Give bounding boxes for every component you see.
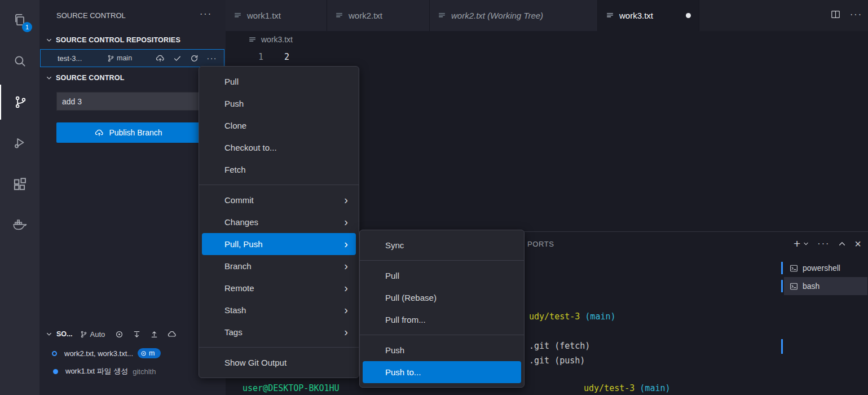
menu-item-checkout-to[interactable]: Checkout to... — [202, 137, 356, 159]
graph-toolbar — [115, 330, 177, 339]
section-label: SOURCE CONTROL REPOSITORIES — [56, 36, 180, 44]
tab-work2[interactable]: work2.txt — [327, 0, 430, 31]
panel-tab-ports[interactable]: PORTS — [527, 240, 554, 248]
branch-ref-badge: m — [138, 348, 160, 358]
menu-item-stash[interactable]: Stash — [202, 299, 356, 321]
menu-item-changes[interactable]: Changes — [202, 211, 356, 233]
section-header-repositories[interactable]: SOURCE CONTROL REPOSITORIES — [39, 33, 226, 47]
tab-label: work3.txt — [619, 11, 653, 20]
repository-actions: ··· — [156, 54, 218, 63]
menu-item-tags[interactable]: Tags — [202, 321, 356, 343]
menu-separator — [199, 185, 359, 185]
chevron-down-icon — [46, 37, 52, 43]
file-icon — [233, 11, 242, 20]
close-panel-icon[interactable]: × — [854, 238, 861, 249]
push-icon[interactable] — [150, 330, 158, 339]
fetch-icon[interactable] — [133, 330, 141, 339]
menu-item-pull[interactable]: Pull — [202, 71, 356, 93]
sidebar-item-extensions[interactable] — [0, 167, 39, 202]
commit-node-icon — [53, 369, 58, 374]
git-branch-icon — [80, 331, 87, 338]
terminal-tab-bash[interactable]: bash — [784, 277, 867, 295]
submenu-item-pull-rebase[interactable]: Pull (Rebase) — [363, 287, 521, 309]
file-icon — [335, 11, 343, 20]
submenu-item-pull[interactable]: Pull — [363, 265, 521, 287]
submenu-item-pull-from[interactable]: Pull from... — [363, 309, 521, 331]
submenu-item-push-to[interactable]: Push to... — [363, 361, 521, 383]
target-icon[interactable] — [115, 330, 124, 339]
new-terminal-button[interactable]: + — [794, 238, 809, 249]
terminal-prompt-line: user@DESKTOP-BKO1HU — [243, 383, 340, 393]
pending-changes-badge: 1 — [22, 22, 32, 32]
tab-work3[interactable]: work3.txt — [598, 0, 699, 31]
menu-separator — [199, 347, 359, 348]
vscode-window: 1 — [0, 0, 868, 395]
cloud-upload-icon — [95, 128, 104, 137]
chevron-down-icon — [803, 241, 809, 247]
graph-commit-row[interactable]: work2.txt, work3.txt... m — [39, 345, 226, 362]
terminal-output-line: .git (push) — [529, 356, 585, 366]
graph-commit-row[interactable]: work1.txt 파일 생성 gitchlth — [39, 363, 226, 380]
submenu-item-sync[interactable]: Sync — [363, 234, 521, 256]
file-icon — [606, 11, 614, 20]
editor-tab-bar: work1.txt work2.txt work2.txt (Working T… — [226, 0, 868, 31]
publish-branch-button[interactable]: Publish Branch — [56, 122, 201, 143]
menu-item-push[interactable]: Push — [202, 93, 356, 115]
sidebar-item-docker[interactable] — [0, 207, 39, 242]
source-control-sidebar: SOURCE CONTROL ··· SOURCE CONTROL REPOSI… — [39, 0, 226, 395]
commit-message: work2.txt, work3.txt... — [64, 349, 133, 358]
line-number: 1 — [252, 52, 263, 62]
publish-cloud-icon[interactable] — [156, 54, 165, 63]
section-header-graph[interactable]: SO... Auto — [39, 327, 226, 341]
terminal-icon — [790, 264, 798, 273]
sidebar-item-search[interactable] — [0, 43, 39, 78]
plus-icon: + — [794, 238, 800, 249]
repository-name: test-3... — [58, 54, 107, 63]
tab-label: work2.txt — [349, 11, 382, 20]
editor-more-actions-icon[interactable]: ··· — [850, 10, 862, 20]
panel-more-actions-icon[interactable]: ··· — [817, 239, 830, 249]
chevron-down-icon — [46, 331, 52, 337]
editor-actions: ··· — [830, 9, 862, 20]
terminal-decoration — [781, 262, 783, 274]
menu-item-commit[interactable]: Commit — [202, 189, 356, 211]
commit-message: work1.txt 파일 생성 — [65, 366, 128, 376]
menu-item-clone[interactable]: Clone — [202, 115, 356, 137]
commit-node-icon — [52, 351, 57, 356]
file-icon — [248, 36, 257, 44]
maximize-panel-icon[interactable] — [838, 240, 846, 248]
menu-item-show-git-output[interactable]: Show Git Output — [202, 352, 356, 374]
breadcrumb-filename: work3.txt — [261, 35, 293, 44]
graph-branch-filter[interactable]: Auto — [80, 330, 105, 339]
commit-message-input[interactable] — [56, 92, 201, 111]
sidebar-item-source-control[interactable] — [0, 85, 39, 120]
modified-dot-icon[interactable] — [686, 13, 691, 18]
git-context-menu: Pull Push Clone Checkout to... Fetch Com… — [199, 66, 359, 378]
repo-more-actions-icon[interactable]: ··· — [207, 54, 218, 63]
terminal-prompt-line: udy/test-3 (main) — [584, 383, 671, 393]
section-header-source-control[interactable]: SOURCE CONTROL — [39, 71, 226, 85]
terminal-scrollbar-thumb[interactable] — [781, 339, 783, 354]
split-editor-icon[interactable] — [830, 9, 841, 20]
menu-item-branch[interactable]: Branch — [202, 255, 356, 277]
refresh-icon[interactable] — [190, 54, 199, 63]
terminal-tab-label: bash — [803, 282, 819, 291]
menu-item-remote[interactable]: Remote — [202, 277, 356, 299]
submenu-item-push[interactable]: Push — [363, 339, 521, 361]
menu-item-pull-push[interactable]: Pull, Push — [202, 233, 356, 255]
tab-work1[interactable]: work1.txt — [226, 0, 327, 31]
terminal-icon — [790, 282, 798, 291]
repository-row[interactable]: test-3... main — [40, 49, 224, 67]
sidebar-item-explorer[interactable]: 1 — [0, 2, 39, 37]
cloud-icon[interactable] — [168, 330, 177, 339]
repository-branch[interactable]: main — [107, 54, 132, 62]
tab-work2-working-tree[interactable]: work2.txt (Working Tree) — [430, 0, 598, 31]
sidebar-item-run-debug[interactable] — [0, 125, 39, 160]
terminal-tab-powershell[interactable]: powershell — [784, 259, 867, 277]
commit-check-icon[interactable] — [173, 54, 182, 63]
breadcrumb[interactable]: work3.txt — [226, 31, 868, 48]
sidebar-more-actions-icon[interactable]: ··· — [200, 9, 212, 19]
docker-icon — [12, 217, 28, 232]
graph-section-label: SO... — [56, 330, 72, 338]
menu-item-fetch[interactable]: Fetch — [202, 159, 356, 181]
